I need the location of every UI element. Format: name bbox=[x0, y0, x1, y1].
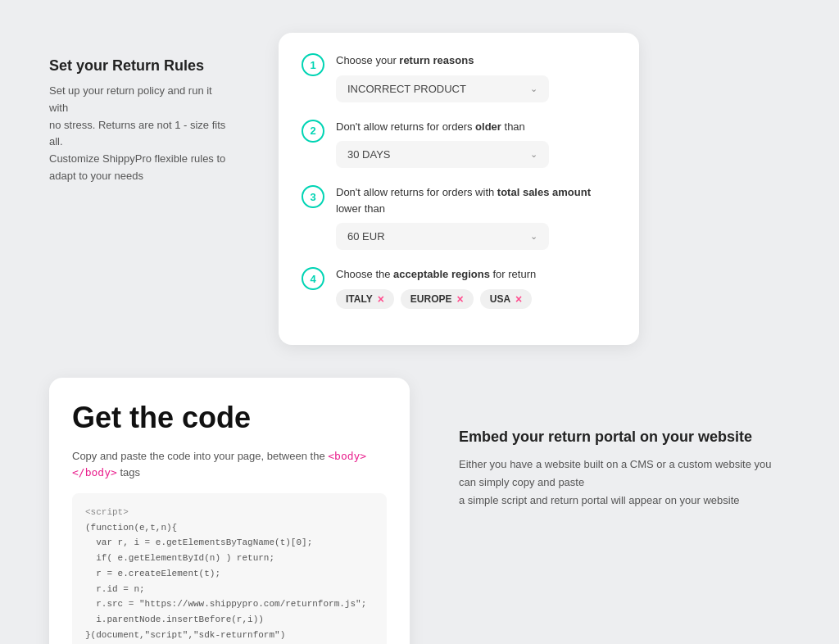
rule-dropdown-1[interactable]: INCORRECT PRODUCT ⌄ bbox=[336, 75, 549, 102]
rule-step-3: 3 Don't allow returns for orders with to… bbox=[302, 184, 616, 250]
step-badge-4: 4 bbox=[302, 267, 324, 290]
rule-content-1: Choose your return reasons INCORRECT PRO… bbox=[336, 52, 616, 102]
remove-usa-button[interactable]: × bbox=[515, 293, 522, 305]
embed-portal-heading: Embed your return portal on your website bbox=[459, 427, 790, 447]
rule-content-4: Choose the acceptable regions for return… bbox=[336, 266, 616, 309]
step-badge-1: 1 bbox=[302, 53, 324, 76]
region-tags: ITALY × EUROPE × USA × bbox=[336, 289, 616, 309]
rule-content-3: Don't allow returns for orders with tota… bbox=[336, 184, 616, 250]
top-section: Set your Return Rules Set up your return… bbox=[0, 0, 839, 370]
code-snippet: <script> (function(e,t,n){ var r, i = e.… bbox=[72, 493, 387, 644]
rule-label-4: Choose the acceptable regions for return bbox=[336, 266, 616, 283]
rule-step-4: 4 Choose the acceptable regions for retu… bbox=[302, 266, 616, 309]
body-tag-example: <body></body> bbox=[72, 450, 366, 479]
bottom-section: Get the code Copy and paste the code int… bbox=[0, 370, 839, 645]
rule-label-2: Don't allow returns for orders older tha… bbox=[336, 119, 616, 135]
rule-content-2: Don't allow returns for orders older tha… bbox=[336, 119, 616, 169]
chevron-down-icon: ⌄ bbox=[530, 149, 537, 160]
chevron-down-icon: ⌄ bbox=[530, 84, 537, 94]
step-badge-2: 2 bbox=[302, 120, 324, 143]
get-the-code-card: Get the code Copy and paste the code int… bbox=[49, 378, 410, 645]
chevron-down-icon: ⌄ bbox=[530, 231, 537, 242]
tag-usa: USA × bbox=[480, 289, 533, 309]
code-card-subtitle: Copy and paste the code into your page, … bbox=[72, 448, 387, 483]
code-card-heading: Get the code bbox=[72, 401, 387, 435]
return-rules-card: 1 Choose your return reasons INCORRECT P… bbox=[279, 33, 639, 345]
tag-italy: ITALY × bbox=[336, 289, 394, 309]
tag-europe: EUROPE × bbox=[401, 289, 474, 309]
rule-dropdown-2[interactable]: 30 DAYS ⌄ bbox=[336, 141, 549, 168]
embed-portal-info: Embed your return portal on your website… bbox=[459, 378, 790, 510]
return-rules-description: Set up your return policy and run it wit… bbox=[49, 83, 229, 185]
rule-dropdown-3[interactable]: 60 EUR ⌄ bbox=[336, 223, 549, 250]
return-rules-intro: Set your Return Rules Set up your return… bbox=[49, 33, 229, 185]
rule-step-1: 1 Choose your return reasons INCORRECT P… bbox=[302, 52, 616, 102]
remove-italy-button[interactable]: × bbox=[378, 293, 384, 305]
remove-europe-button[interactable]: × bbox=[457, 293, 464, 305]
rule-step-2: 2 Don't allow returns for orders older t… bbox=[302, 119, 616, 169]
rule-label-1: Choose your return reasons bbox=[336, 52, 616, 69]
step-badge-3: 3 bbox=[302, 185, 324, 208]
embed-portal-description: Either you have a website built on a CMS… bbox=[459, 456, 790, 510]
return-rules-heading: Set your Return Rules bbox=[49, 57, 229, 75]
rule-label-3: Don't allow returns for orders with tota… bbox=[336, 184, 616, 216]
